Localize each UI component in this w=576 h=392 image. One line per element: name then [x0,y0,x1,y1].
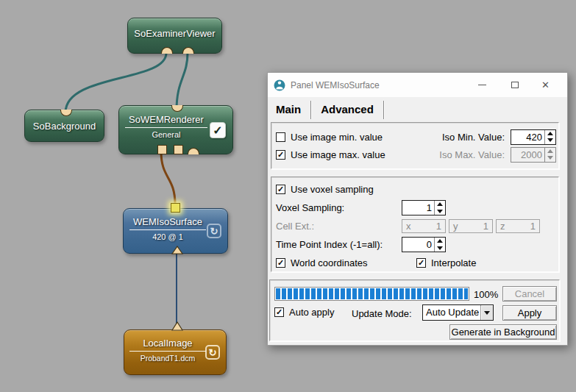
wem-input-connector-active[interactable] [171,203,180,213]
refresh-icon[interactable]: ↻ [205,345,220,360]
axis-label: x [406,221,411,232]
cancel-button[interactable]: Cancel [502,286,557,302]
voxel-sampling-label: Voxel Sampling: [276,202,402,213]
wem-output-connector[interactable] [157,145,167,154]
edge-renderer-isosurface[interactable] [161,152,175,204]
node-sowemrenderer[interactable]: SoWEMRenderer General ✓ [118,105,233,154]
generate-in-background-button[interactable]: Generate in Background [449,324,557,340]
scene-output-connector[interactable] [182,47,194,54]
update-mode-value: Auto Update [423,305,480,320]
update-mode-label: Update Mode: [352,308,412,319]
voxel-sampling-value[interactable]: 1 [402,201,434,215]
scene-output-connector[interactable] [161,47,173,54]
iso-min-value[interactable]: 420 [511,130,544,144]
minimize-icon [478,85,486,85]
world-coordinates-label: World coordinates [291,257,368,268]
mevislab-icon [274,79,285,91]
time-point-index-spinbox[interactable]: 0 [402,237,446,252]
node-title: WEMIsoSurface [129,216,206,230]
node-enable-checkbox[interactable]: ✓ [210,122,226,138]
use-image-min-checkbox[interactable] [276,132,285,142]
image-output-connector[interactable] [171,321,183,331]
apply-button[interactable]: Apply [502,305,557,321]
dropdown-arrow-icon[interactable] [480,305,493,320]
time-point-index-value[interactable]: 0 [402,238,434,252]
axis-label: z [500,221,505,232]
iso-max-value: 2000 [511,148,544,162]
axis-label: y [453,221,458,232]
scene-output-connector[interactable] [188,148,199,154]
progress-percent: 100% [474,289,498,300]
progress-bar [274,287,469,301]
tab-main[interactable]: Main [271,101,311,119]
node-subtitle: 420 @ 1 [129,230,206,241]
tab-advanced[interactable]: Advanced [311,101,384,119]
spin-down-icon[interactable] [545,137,555,144]
interpolate-label: Interpolate [431,257,476,268]
sampling-group: Use voxel sampling Voxel Sampling: 1 Cel… [271,177,559,272]
axis-value: 1 [436,221,441,232]
cell-ext-z-field: z 1 [496,219,540,233]
axis-value: 1 [483,221,488,232]
minimize-button[interactable] [471,73,494,97]
node-sobackground[interactable]: SoBackground [24,110,104,142]
refresh-icon[interactable]: ↻ [207,224,221,238]
maximize-button[interactable] [503,73,526,97]
node-subtitle: General [125,128,207,139]
iso-min-spinbox[interactable]: 420 [511,129,556,145]
cell-ext-label: Cell Ext.: [276,221,402,232]
spin-up-icon [545,148,555,155]
update-mode-dropdown[interactable]: Auto Update [422,304,494,321]
node-wemisosurface[interactable]: WEMIsoSurface 420 @ 1 ↻ [123,208,228,254]
titlebar[interactable]: Panel WEMIsoSurface ✕ [268,73,567,97]
use-image-max-checkbox[interactable] [276,150,285,160]
use-voxel-sampling-label: Use voxel sampling [291,184,374,195]
cell-ext-y-field: y 1 [449,219,493,233]
world-coordinates-checkbox[interactable] [276,258,285,268]
close-button[interactable]: ✕ [534,73,557,97]
spin-down-icon[interactable] [435,208,445,215]
node-title: SoExaminerViewer [128,18,221,49]
auto-apply-label: Auto apply [289,307,334,318]
iso-min-label: Iso Min. Value: [442,132,511,143]
iso-max-label: Iso Max. Value: [439,149,511,160]
window-title: Panel WEMIsoSurface [291,80,380,90]
panel-window: Panel WEMIsoSurface ✕ Main Advanced Use … [267,72,568,346]
voxel-sampling-spinbox[interactable]: 1 [402,200,446,215]
time-point-index-label: Time Point Index (-1=all): [276,239,402,250]
spin-up-icon[interactable] [435,238,445,245]
spin-down-icon[interactable] [435,245,445,252]
use-voxel-sampling-checkbox[interactable] [276,185,285,194]
wem-output-connector[interactable] [174,145,183,154]
interpolate-checkbox[interactable] [416,258,426,268]
apply-group: 100% Cancel Auto apply Update Mode: Auto… [269,279,560,341]
spin-up-icon[interactable] [545,130,555,138]
node-title: SoWEMRenderer [125,114,207,128]
use-image-max-label: Use image max. value [291,149,385,160]
node-title: LocalImage [129,338,206,352]
image-input-connector[interactable] [171,246,183,254]
edge-viewer-renderer[interactable] [177,53,188,110]
spin-up-icon[interactable] [435,201,445,208]
iso-max-spinbox: 2000 [511,147,556,163]
iso-value-group: Use image min. value Iso Min. Value: 420… [271,122,559,169]
scene-input-connector[interactable] [171,105,183,112]
auto-apply-checkbox[interactable] [274,307,284,317]
maximize-icon [511,82,519,88]
progress-fill [276,288,468,299]
cell-ext-x-field: x 1 [402,219,446,233]
tab-bar: Main Advanced [271,99,567,120]
node-localimage[interactable]: LocalImage ProbandT1.dcm ↻ [124,329,227,375]
use-image-min-label: Use image min. value [291,132,383,143]
node-soexaminerviewer[interactable]: SoExaminerViewer [127,18,222,54]
spin-down-icon [545,154,555,162]
axis-value: 1 [530,221,536,232]
edge-viewer-background[interactable] [65,53,166,113]
node-subtitle: ProbandT1.dcm [129,352,206,363]
